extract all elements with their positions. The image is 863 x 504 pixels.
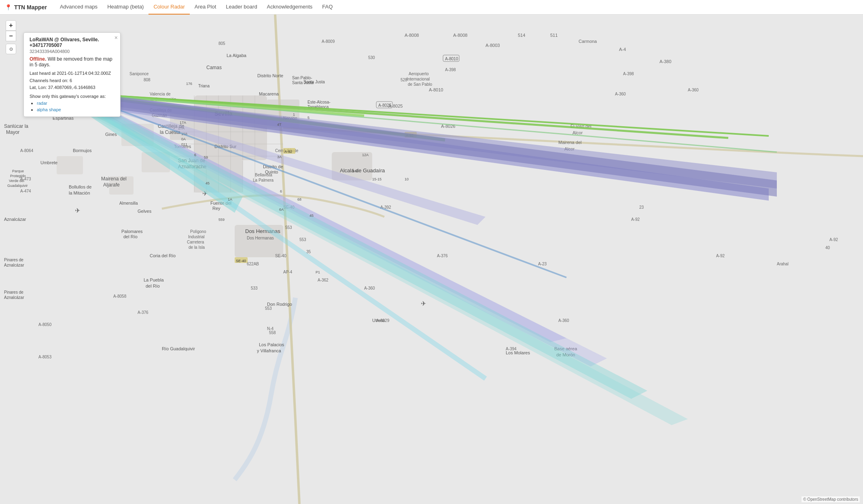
svg-text:A-23: A-23 bbox=[538, 262, 547, 266]
brand-name: TTN Mapper bbox=[14, 4, 47, 11]
zoom-in-button[interactable]: + bbox=[6, 20, 16, 31]
svg-text:Internacional: Internacional bbox=[407, 77, 430, 81]
svg-text:Utrera: Utrera bbox=[372, 318, 385, 323]
svg-text:805: 805 bbox=[218, 41, 225, 46]
svg-text:Polígono: Polígono bbox=[190, 229, 206, 234]
svg-text:A-362: A-362 bbox=[318, 278, 329, 282]
svg-text:0A: 0A bbox=[181, 137, 186, 141]
svg-text:A-376: A-376 bbox=[138, 310, 148, 315]
svg-text:Dos Hermanas: Dos Hermanas bbox=[247, 236, 274, 240]
popup-channels: Channels heard on: 6 bbox=[30, 77, 115, 85]
svg-text:511: 511 bbox=[550, 33, 558, 38]
map-container[interactable]: A-8008 A-8008 514 511 Carmona A-4 A-380 … bbox=[0, 15, 863, 504]
svg-text:la Mitación: la Mitación bbox=[69, 191, 90, 195]
svg-text:Aznalcázar: Aznalcázar bbox=[4, 217, 26, 222]
popup-gateway-id: 323433394A004800 bbox=[30, 49, 115, 54]
svg-text:A-8064: A-8064 bbox=[20, 148, 34, 153]
svg-text:✈: ✈ bbox=[75, 207, 80, 214]
navbar: 📍 TTN Mapper Advanced maps Heatmap (beta… bbox=[0, 0, 863, 15]
svg-text:Parque: Parque bbox=[12, 169, 24, 173]
svg-text:808: 808 bbox=[144, 78, 151, 82]
compass-button[interactable]: ⊙ bbox=[6, 44, 16, 54]
svg-text:23: 23 bbox=[639, 205, 644, 210]
nav-links: Advanced maps Heatmap (beta) Colour Rada… bbox=[55, 0, 337, 15]
svg-text:A-92: A-92 bbox=[284, 150, 292, 154]
svg-text:Aljarafe: Aljarafe bbox=[103, 182, 120, 188]
popup-close-button[interactable]: × bbox=[115, 34, 118, 41]
svg-text:559: 559 bbox=[218, 218, 225, 222]
svg-text:de la Isla: de la Isla bbox=[189, 245, 205, 250]
svg-text:A-92: A-92 bbox=[829, 237, 838, 242]
nav-area-plot[interactable]: Area Plot bbox=[190, 0, 221, 15]
svg-text:Triana: Triana bbox=[198, 84, 210, 88]
svg-text:A-8050: A-8050 bbox=[38, 322, 52, 327]
svg-text:011: 011 bbox=[181, 142, 187, 146]
nav-acknowledgements[interactable]: Acknowledgements bbox=[262, 0, 318, 15]
svg-text:17A: 17A bbox=[180, 121, 186, 125]
svg-text:Almensilla: Almensilla bbox=[119, 201, 138, 205]
map-attribution: © OpenStreetMap contributors bbox=[802, 496, 860, 502]
svg-text:SE-40: SE-40 bbox=[275, 254, 286, 258]
svg-text:59: 59 bbox=[204, 155, 208, 159]
popup-status: Offline. Will be removed from the map in… bbox=[30, 56, 115, 68]
svg-text:Río Guadalquivir: Río Guadalquivir bbox=[162, 346, 195, 351]
svg-text:Carretera: Carretera bbox=[187, 240, 204, 244]
svg-text:A-8010: A-8010 bbox=[445, 57, 458, 61]
svg-text:176: 176 bbox=[186, 82, 192, 86]
nav-advanced-maps[interactable]: Advanced maps bbox=[55, 0, 102, 15]
svg-text:Este-Alcosa-: Este-Alcosa- bbox=[307, 100, 331, 104]
svg-text:553: 553 bbox=[285, 225, 292, 230]
popup-alpha-shape-link[interactable]: alpha shape bbox=[37, 107, 61, 112]
svg-text:3A: 3A bbox=[277, 155, 282, 159]
svg-text:A-376: A-376 bbox=[437, 254, 448, 258]
nav-heatmap-beta[interactable]: Heatmap (beta) bbox=[102, 0, 148, 15]
brand-logo[interactable]: 📍 TTN Mapper bbox=[5, 4, 47, 11]
svg-text:Carmona: Carmona bbox=[579, 39, 597, 44]
svg-text:del Río: del Río bbox=[146, 284, 160, 288]
nav-colour-radar[interactable]: Colour Radar bbox=[148, 0, 189, 15]
nav-leader-board[interactable]: Leader board bbox=[221, 0, 262, 15]
svg-text:La Algaba: La Algaba bbox=[227, 53, 247, 58]
svg-text:La Puebla: La Puebla bbox=[144, 277, 164, 282]
svg-text:6A: 6A bbox=[279, 208, 284, 212]
svg-text:553: 553 bbox=[299, 237, 306, 242]
svg-text:Rey: Rey bbox=[212, 206, 221, 211]
popup-location: Lat, Lon: 37.4087069,-6.1646863 bbox=[30, 84, 115, 91]
svg-text:530: 530 bbox=[368, 55, 375, 60]
svg-text:45: 45 bbox=[206, 181, 210, 185]
svg-text:5: 5 bbox=[307, 116, 310, 120]
svg-text:San Pablo-: San Pablo- bbox=[292, 76, 312, 80]
svg-text:Coria del Río: Coria del Río bbox=[150, 253, 176, 258]
svg-text:1: 1 bbox=[293, 112, 295, 116]
svg-text:Mairena del: Mairena del bbox=[101, 176, 127, 182]
svg-text:Saniponce: Saniponce bbox=[129, 72, 149, 76]
nav-faq[interactable]: FAQ bbox=[317, 0, 337, 15]
svg-text:Guadalquivir: Guadalquivir bbox=[7, 184, 28, 188]
map-controls: + − ⊙ bbox=[6, 20, 16, 54]
svg-text:533: 533 bbox=[251, 286, 258, 290]
popup-offline-label: Offline. bbox=[30, 56, 46, 62]
svg-text:Mayor: Mayor bbox=[6, 129, 19, 135]
svg-text:14A: 14A bbox=[352, 169, 358, 173]
svg-text:A-380: A-380 bbox=[659, 59, 671, 64]
svg-text:A-8008: A-8008 bbox=[453, 33, 467, 38]
popup-radar-link[interactable]: radar bbox=[37, 101, 47, 106]
svg-text:Umbrete: Umbrete bbox=[40, 160, 57, 165]
svg-text:AP-4: AP-4 bbox=[283, 270, 293, 274]
svg-text:Sanlúcar la: Sanlúcar la bbox=[4, 123, 28, 129]
svg-text:6: 6 bbox=[280, 189, 282, 193]
zoom-out-button[interactable]: − bbox=[6, 31, 16, 41]
svg-text:Bormujos: Bormujos bbox=[73, 148, 92, 153]
svg-text:Verde del: Verde del bbox=[9, 179, 24, 183]
svg-text:Pinares de: Pinares de bbox=[4, 258, 23, 262]
brand-icon: 📍 bbox=[5, 4, 12, 11]
svg-text:SE-40: SE-40 bbox=[236, 259, 246, 263]
svg-text:A-398: A-398 bbox=[445, 68, 456, 72]
svg-text:Valencia de: Valencia de bbox=[150, 92, 171, 96]
svg-text:A-8053: A-8053 bbox=[38, 355, 52, 359]
svg-text:Distrito Norte: Distrito Norte bbox=[257, 73, 283, 78]
svg-text:558: 558 bbox=[269, 330, 276, 335]
svg-text:A-474: A-474 bbox=[20, 189, 31, 193]
svg-text:de San Pablo: de San Pablo bbox=[408, 82, 432, 87]
svg-text:Los Palacios: Los Palacios bbox=[259, 342, 284, 347]
